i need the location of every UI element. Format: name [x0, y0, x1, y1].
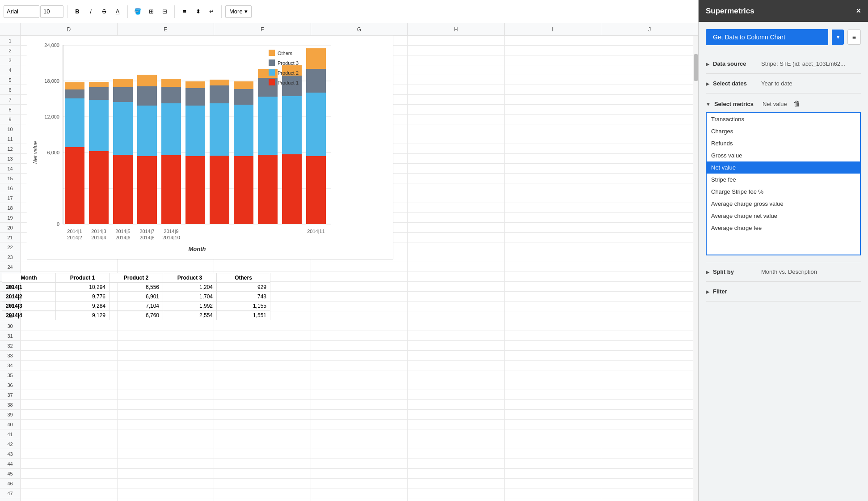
grid-cell[interactable] [408, 311, 505, 321]
grid-cell[interactable] [311, 321, 408, 331]
grid-cell[interactable] [601, 351, 698, 360]
grid-cell[interactable] [408, 223, 505, 232]
grid-cell[interactable] [408, 154, 505, 163]
metrics-list-item[interactable]: Refunds [707, 137, 860, 149]
grid-cell[interactable] [408, 390, 505, 399]
border-button[interactable]: ⊞ [145, 5, 157, 18]
grid-cell[interactable] [118, 351, 215, 360]
grid-cell[interactable] [505, 154, 602, 163]
grid-cell[interactable] [408, 439, 505, 449]
grid-cell[interactable] [21, 479, 118, 488]
grid-cell[interactable] [601, 174, 698, 183]
grid-cell[interactable] [311, 488, 408, 498]
grid-cell[interactable] [601, 144, 698, 153]
grid-cell[interactable] [118, 429, 215, 439]
grid-cell[interactable] [311, 429, 408, 439]
grid-cell[interactable] [505, 361, 602, 370]
grid-cell[interactable] [408, 351, 505, 360]
grid-cell[interactable] [311, 498, 408, 501]
grid-cell[interactable] [214, 262, 311, 272]
grid-cell[interactable] [505, 85, 602, 94]
grid-cell[interactable] [505, 498, 602, 501]
grid-cell[interactable] [601, 429, 698, 439]
select-metrics-arrow[interactable]: ▼ [706, 102, 711, 107]
grid-cell[interactable] [505, 46, 602, 55]
grid-cell[interactable] [601, 164, 698, 173]
grid-cell[interactable] [505, 55, 602, 65]
grid-cell[interactable] [601, 36, 698, 45]
grid-cell[interactable] [21, 341, 118, 350]
grid-cell[interactable] [118, 459, 215, 468]
grid-cell[interactable] [408, 183, 505, 193]
metrics-list-item[interactable]: Transactions [707, 113, 860, 125]
grid-cell[interactable] [118, 439, 215, 449]
strikethrough-button[interactable]: S [98, 5, 110, 18]
grid-cell[interactable] [505, 272, 602, 281]
grid-cell[interactable] [601, 124, 698, 134]
grid-cell[interactable] [21, 390, 118, 399]
metrics-list-item[interactable]: Charges [707, 125, 860, 137]
grid-cell[interactable] [601, 410, 698, 419]
grid-cell[interactable] [21, 262, 118, 272]
grid-cell[interactable] [505, 124, 602, 134]
data-source-arrow[interactable]: ▶ [706, 61, 709, 67]
grid-cell[interactable] [21, 420, 118, 429]
grid-cell[interactable] [601, 498, 698, 501]
grid-cell[interactable] [505, 311, 602, 321]
grid-cell[interactable] [311, 439, 408, 449]
grid-cell[interactable] [505, 400, 602, 409]
grid-cell[interactable] [214, 361, 311, 370]
grid-cell[interactable] [408, 361, 505, 370]
grid-cell[interactable] [601, 65, 698, 75]
grid-cell[interactable] [505, 282, 602, 291]
grid-cell[interactable] [21, 370, 118, 380]
metrics-list-item[interactable]: Average charge fee [707, 222, 860, 234]
grid-cell[interactable] [311, 400, 408, 409]
grid-cell[interactable] [214, 488, 311, 498]
grid-cell[interactable] [505, 115, 602, 124]
grid-cell[interactable] [408, 282, 505, 291]
grid-cell[interactable] [601, 439, 698, 449]
split-by-arrow[interactable]: ▶ [706, 269, 709, 275]
grid-cell[interactable] [505, 262, 602, 272]
grid-cell[interactable] [118, 321, 215, 331]
col-header-g[interactable]: G [311, 23, 408, 35]
grid-cell[interactable] [601, 262, 698, 272]
grid-cell[interactable] [118, 370, 215, 380]
metrics-list-item[interactable]: Average charge gross value [707, 198, 860, 210]
font-size-selector[interactable]: 10 [40, 5, 63, 18]
grid-cell[interactable] [601, 370, 698, 380]
align-left-button[interactable]: ≡ [178, 5, 191, 18]
grid-cell[interactable] [601, 292, 698, 301]
grid-cell[interactable] [214, 410, 311, 419]
grid-cell[interactable] [408, 498, 505, 501]
grid-cell[interactable] [601, 400, 698, 409]
col-header-f[interactable]: F [214, 23, 311, 35]
grid-cell[interactable] [21, 459, 118, 468]
grid-cell[interactable] [505, 390, 602, 399]
grid-cell[interactable] [601, 233, 698, 242]
grid-cell[interactable] [601, 469, 698, 478]
grid-cell[interactable] [408, 380, 505, 390]
bold-button[interactable]: B [71, 5, 84, 18]
grid-cell[interactable] [601, 154, 698, 163]
scrollbar-track[interactable] [693, 36, 698, 501]
grid-cell[interactable] [21, 351, 118, 360]
grid-cell[interactable] [505, 370, 602, 380]
metrics-list-item[interactable]: Average charge net value [707, 210, 860, 222]
grid-cell[interactable] [408, 449, 505, 459]
grid-cell[interactable] [601, 85, 698, 94]
grid-cell[interactable] [214, 321, 311, 331]
align-vert-button[interactable]: ⬍ [192, 5, 204, 18]
grid-cell[interactable] [601, 341, 698, 350]
grid-cell[interactable] [408, 115, 505, 124]
grid-cell[interactable] [505, 301, 602, 311]
get-data-button[interactable]: Get Data to Column Chart [706, 29, 828, 45]
grid-cell[interactable] [311, 459, 408, 468]
grid-cell[interactable] [505, 331, 602, 340]
grid-cell[interactable] [214, 469, 311, 478]
grid-cell[interactable] [601, 242, 698, 252]
grid-cell[interactable] [505, 134, 602, 144]
grid-cell[interactable] [601, 420, 698, 429]
grid-cell[interactable] [601, 55, 698, 65]
